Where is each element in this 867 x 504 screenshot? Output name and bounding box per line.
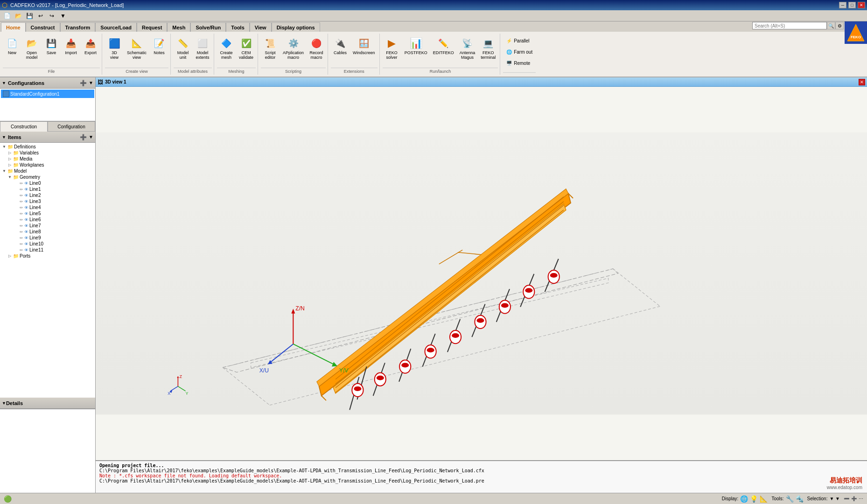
tree-item-line8[interactable]: ✏ 👁 Line8	[1, 229, 94, 235]
fekosolver-button[interactable]: ▶ FEKOsolver	[383, 35, 401, 62]
config-options-button[interactable]: ▼	[89, 80, 93, 85]
config-item-standard[interactable]: StandardConfiguration1	[1, 90, 94, 98]
schematic-button[interactable]: 📐 Schematicview	[125, 35, 149, 62]
tree-item-media[interactable]: ▷ 📁 Media	[1, 156, 94, 162]
qt-save-button[interactable]: 💾	[24, 11, 35, 21]
scripteditor-button[interactable]: 📜 Scripteditor	[261, 35, 280, 62]
tab-tools[interactable]: Tools	[226, 22, 250, 32]
recordmacro-icon: 🔴	[310, 37, 323, 50]
zoom-plus-button[interactable]: ➕	[851, 496, 857, 501]
definitions-expand-icon[interactable]: ▼	[2, 145, 7, 149]
remote-button[interactable]: 🖥️ Remote	[503, 58, 533, 68]
notes-button[interactable]: 📝 Notes	[150, 35, 168, 57]
scripteditor-label: Scripteditor	[265, 51, 276, 60]
tab-transform[interactable]: Transform	[60, 22, 96, 32]
tools-icon1[interactable]: 🔧	[786, 495, 794, 503]
ports-expand-icon[interactable]: ▷	[7, 254, 12, 259]
search-bar: 🔍 ⚙	[752, 21, 844, 30]
workplanes-expand-icon[interactable]: ▷	[7, 163, 12, 168]
search-settings-button[interactable]: ⚙	[835, 22, 844, 29]
fekoterminal-button[interactable]: 💻 FEKOterminal	[478, 35, 498, 62]
tree-item-geometry[interactable]: ▼ 📁 Geometry	[1, 174, 94, 180]
editfeko-button[interactable]: ✏️ EDITFEKO	[431, 35, 456, 57]
tab-sourceload[interactable]: Source/Load	[95, 22, 137, 32]
tree-item-line10[interactable]: ✏ 👁 Line10	[1, 241, 94, 247]
new-button[interactable]: 📄 New	[3, 35, 21, 57]
tab-construction[interactable]: Construction	[0, 121, 48, 132]
collapse-details-icon[interactable]: ▼	[2, 401, 6, 406]
zoom-minus-button[interactable]: ➖	[844, 496, 849, 501]
farmout-button[interactable]: 🌐 Farm out	[503, 47, 536, 57]
tree-item-line11[interactable]: ✏ 👁 Line11	[1, 247, 94, 253]
windscreen-button[interactable]: 🪟 Windscreen	[350, 35, 378, 57]
modelunit-button[interactable]: 📏 Modelunit	[174, 35, 192, 62]
tree-item-definitions[interactable]: ▼ 📁 Definitions	[1, 144, 94, 150]
tree-item-line7[interactable]: ✏ 👁 Line7	[1, 223, 94, 229]
minimize-button[interactable]: ─	[839, 2, 846, 8]
qt-undo-button[interactable]: ↩	[35, 11, 46, 21]
3dview-button[interactable]: 🟦 3Dview	[105, 35, 124, 62]
3d-model-svg: Z/N X/U Y/V Z X Y	[96, 87, 867, 460]
tab-configuration[interactable]: Configuration	[48, 121, 95, 132]
collapse-items-icon[interactable]: ▼	[2, 135, 6, 140]
tab-construct[interactable]: Construct	[26, 22, 60, 32]
tree-item-line9[interactable]: ✏ 👁 Line9	[1, 235, 94, 241]
tree-item-line4[interactable]: ✏ 👁 Line4	[1, 204, 94, 210]
collapse-configurations-icon[interactable]: ▼	[2, 81, 6, 85]
qt-open-button[interactable]: 📂	[13, 11, 23, 21]
parallel-button[interactable]: ⚡ Parallel	[503, 35, 532, 46]
tree-item-line6[interactable]: ✏ 👁 Line6	[1, 217, 94, 223]
media-expand-icon[interactable]: ▷	[7, 157, 12, 161]
cemvalidate-button[interactable]: ✅ CEMvalidate	[237, 35, 256, 62]
tab-display[interactable]: Display options	[272, 22, 320, 32]
import-button[interactable]: 📥 Import	[62, 35, 80, 57]
appmacro-button[interactable]: ⚙️ APplicationmacro	[280, 35, 306, 62]
tree-item-workplanes[interactable]: ▷ 📁 Workplanes	[1, 162, 94, 168]
qt-dropdown-button[interactable]: ▼	[58, 11, 68, 21]
antennamagus-button[interactable]: 📡 AntennaMagus	[457, 35, 478, 62]
tree-item-line2[interactable]: ✏ 👁 Line2	[1, 192, 94, 198]
tree-item-model[interactable]: ▼ 📁 Model	[1, 168, 94, 174]
close-button[interactable]: ✕	[858, 2, 865, 8]
recordmacro-button[interactable]: 🔴 Recordmacro	[307, 35, 326, 62]
zoom-more-button[interactable]: ⋯	[859, 496, 863, 501]
display-icon1[interactable]: 🌐	[740, 495, 748, 503]
item-options-button[interactable]: ▼	[89, 134, 93, 140]
tree-item-ports[interactable]: ▷ 📁 Ports	[1, 253, 94, 259]
open-button[interactable]: 📂 Openmodel	[22, 35, 41, 62]
maximize-button[interactable]: □	[848, 2, 856, 8]
search-input[interactable]	[752, 22, 827, 29]
tab-home[interactable]: Home	[1, 22, 26, 32]
qt-redo-button[interactable]: ↪	[47, 11, 57, 21]
tree-item-line5[interactable]: ✏ 👁 Line5	[1, 210, 94, 217]
canvas-area[interactable]: Z/N X/U Y/V Z X Y	[96, 87, 867, 460]
add-item-button[interactable]: ➕	[80, 134, 87, 140]
tree-item-line3[interactable]: ✏ 👁 Line3	[1, 198, 94, 204]
modelextents-button[interactable]: ⬜ Modelextents	[193, 35, 212, 62]
tree-item-line1[interactable]: ✏ 👁 Line1	[1, 186, 94, 192]
display-icon2[interactable]: 💡	[750, 495, 758, 503]
add-configuration-button[interactable]: ➕	[80, 80, 87, 86]
qt-new-button[interactable]: 📄	[2, 11, 12, 21]
title-bar: ⬡ CADFEKO v2017 - [Log_Periodic_Network_…	[0, 0, 867, 10]
export-button[interactable]: 📤 Export	[81, 35, 100, 57]
tab-request[interactable]: Request	[137, 22, 167, 32]
model-expand-icon[interactable]: ▼	[2, 169, 7, 174]
tools-icon2[interactable]: 🔩	[796, 495, 804, 503]
save-button[interactable]: 💾 Save	[42, 35, 61, 57]
cables-button[interactable]: 🔌 Cables	[331, 35, 350, 57]
selection-dropdown[interactable]: ▼ ▼	[829, 496, 840, 501]
search-button[interactable]: 🔍	[827, 22, 835, 29]
variables-expand-icon[interactable]: ▷	[7, 151, 12, 155]
watermark-text: 易迪拓培训	[827, 476, 862, 485]
tree-item-line0[interactable]: ✏ 👁 Line0	[1, 180, 94, 186]
display-icon3[interactable]: 📐	[760, 495, 768, 503]
tree-item-variables[interactable]: ▷ 📁 Variables	[1, 150, 94, 156]
tab-solverun[interactable]: Solve/Run	[190, 22, 226, 32]
tab-view[interactable]: View	[250, 22, 272, 32]
tab-mesh[interactable]: Mesh	[167, 22, 190, 32]
postfeko-button[interactable]: 📊 POSTFEKO	[402, 35, 430, 57]
geometry-expand-icon[interactable]: ▼	[7, 175, 12, 180]
view-close-button[interactable]: ✕	[859, 79, 865, 85]
createmesh-button[interactable]: 🔷 Createmesh	[217, 35, 236, 62]
